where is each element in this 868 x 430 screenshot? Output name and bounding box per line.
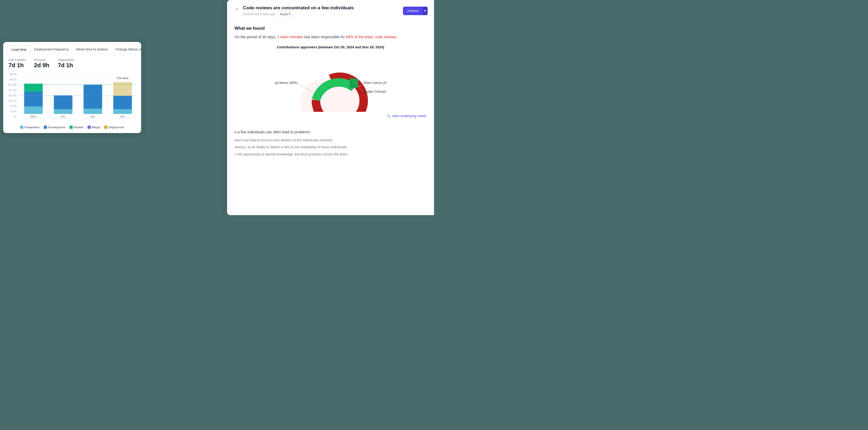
metric-organization: Organization 7d 1h [58,58,74,69]
donut-svg: Abigail Moore (60%) Aiden Garcia (30%) J… [275,53,386,112]
legend-swatch-development [44,125,47,129]
legend-label-merge: Merge [92,125,100,129]
y-label-5: 3d 11h [8,99,17,102]
bar-group-w2: W2 [80,85,106,118]
actions-caret-icon: ▾ [422,7,428,15]
y-label-0: 9d 6h [8,73,17,76]
modal-title-block: Code reviews are concentrated on a few i… [243,5,354,16]
svg-text:Abigail Moore (60%): Abigail Moore (60%) [275,81,298,85]
bar-label-w2: W2 [91,115,95,118]
y-label-8: 0s [8,116,17,118]
legend-swatch-preparation [20,125,23,129]
metric-organization-label: Organization [58,58,74,61]
bar-w1-development [54,95,72,109]
actions-label: Actions [407,9,418,13]
finding-middle: has been responsible for [304,35,345,39]
bar-w1-preparation [54,109,72,114]
view-metric-label: View underlying metric [392,114,427,118]
svg-text:Jayden Thompson (10%): Jayden Thompson (10%) [364,90,386,93]
bar-w3-deployment [113,82,132,96]
modal-subtitle: Discovered 3 days ago Scope ▾ [243,12,354,16]
bar-label-w52: W52 [31,115,37,118]
legend-swatch-deployment [104,125,107,129]
modal-panel: ✕ Code reviews are concentrated on a few… [227,0,434,215]
metric-previous: Previous 2d 9h [34,58,49,69]
y-label-1: 8d 2h [8,78,17,81]
metric-last4weeks-label: Last 4 weeks [8,58,26,61]
modal-body: What we found On the period of 30 days, … [227,20,434,165]
problem-3: n the opportunity to spread knowledge an… [235,151,427,157]
tabs-row: Lead time Deployment frequency Mean time… [3,42,141,54]
close-button[interactable]: ✕ [234,6,240,12]
legend-review: Review [69,125,83,129]
search-icon: 🔍 [387,114,391,118]
metric-last4weeks-value: 7d 1h [8,62,26,69]
bar-w3-preparation [113,109,132,114]
what-we-found-title: What we found [235,26,427,31]
metrics-card: Lead time Deployment frequency Mean time… [3,42,141,133]
bar-label-w1: W1 [61,115,65,118]
tab-lead-time[interactable]: Lead time [7,45,31,54]
bar-group-w3: This week W3 [109,82,136,118]
legend-label-development: Development [48,125,65,129]
bar-w52-development [24,92,43,107]
bar-label-w3: W3 [120,115,125,118]
legend-development: Development [44,125,65,129]
metric-previous-value: 2d 9h [34,62,49,69]
metrics-row: Last 4 weeks 7d 1h Previous 2d 9h Organi… [8,58,136,69]
problem-1: iews may lead to burnout and attrition o… [235,137,427,143]
scope-chevron-icon: ▾ [289,12,290,16]
metric-last4weeks: Last 4 weeks 7d 1h [8,58,26,69]
discovered-text: Discovered 3 days ago [243,12,275,16]
legend-swatch-merge [88,125,91,129]
actions-button[interactable]: Actions ▾ [403,7,428,15]
tab-mean-time-to-restore[interactable]: Mean time to restore [72,45,112,54]
modal-title: Code reviews are concentrated on a few i… [243,5,354,11]
this-week-label: This week [115,76,130,80]
bar-group-w1: W1 [50,95,76,118]
bar-w52-review [24,84,43,92]
legend-preparation: Preparation [20,125,39,129]
legend-label-preparation: Preparation [24,125,39,129]
bar-w3-development [113,96,132,109]
y-label-2: 6d 23h [8,84,17,86]
donut-chart-title: Contributions approvers (between Oct 30,… [235,45,427,49]
chart-legend: Preparation Development Review Merge Dep… [3,125,141,129]
metric-organization-value: 7d 1h [58,62,74,69]
metric-previous-label: Previous [34,58,49,61]
y-label-7: 1d 4h [8,110,17,113]
svg-text:Aiden Garcia (30%): Aiden Garcia (30%) [364,81,386,85]
scope-badge[interactable]: Scope ▾ [278,12,293,16]
bar-chart-area: 9d 6h 8d 2h 6d 23h 5d 19h 4d 15h 3d 11h … [3,73,141,123]
legend-label-review: Review [74,125,83,129]
y-label-4: 4d 15h [8,94,17,97]
legend-label-deployment: Deployment [108,125,124,129]
metrics-content: Last 4 weeks 7d 1h Previous 2d 9h Organi… [3,54,141,69]
finding-text: On the period of 30 days, 1 team member … [235,34,427,40]
legend-deployment: Deployment [104,125,124,129]
legend-merge: Merge [88,125,100,129]
bar-w52-preparation [24,107,43,114]
problems-intro: n a few individuals can often lead to pr… [235,130,427,134]
bar-w2-preparation [84,109,102,114]
tab-deployment-frequency[interactable]: Deployment frequency [31,45,72,54]
modal-header-left: ✕ Code reviews are concentrated on a few… [234,5,354,16]
view-metric-link[interactable]: 🔍 View underlying metric [235,114,427,118]
y-label-6: 2d 8h [8,105,17,108]
scope-label: Scope [280,12,288,16]
donut-chart-container: Abigail Moore (60%) Aiden Garcia (30%) J… [235,53,427,112]
finding-highlight2: 60% of the team' code reviews. [346,35,397,39]
finding-highlight1: 1 team member [277,35,303,39]
tab-change-failure-rate[interactable]: Change failure rate [112,45,141,54]
finding-before: On the period of 30 days, [235,35,276,39]
bar-w2-development [84,85,102,109]
legend-swatch-review [69,125,73,129]
problem-2: enecks, as its ability to deliver is tie… [235,144,427,150]
y-label-3: 5d 19h [8,89,17,92]
modal-header: ✕ Code reviews are concentrated on a few… [227,0,434,20]
bar-group-w52: W52 [20,84,47,118]
